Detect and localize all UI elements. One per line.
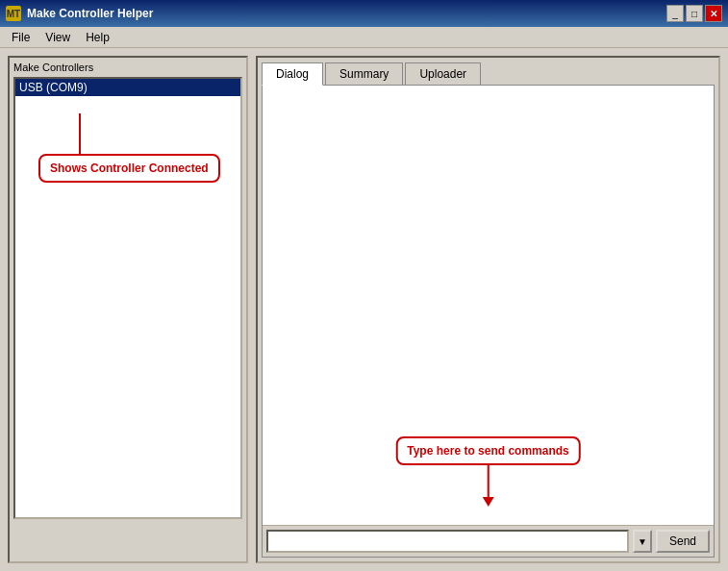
command-input[interactable] [266, 530, 629, 553]
main-content: Make Controllers USB (COM9) Shows Contro… [0, 48, 728, 571]
input-bar: ▼ Send [263, 525, 714, 557]
tab-uploader[interactable]: Uploader [405, 62, 481, 86]
tab-content: Type here to send commands ▼ Send [262, 85, 715, 558]
controller-annotation: Shows Controller Connected [38, 154, 220, 183]
app-icon: MT [6, 6, 21, 21]
menu-help[interactable]: Help [78, 29, 117, 46]
maximize-button[interactable]: □ [686, 5, 703, 22]
title-buttons: _ □ ✕ [666, 5, 722, 22]
tab-dialog[interactable]: Dialog [262, 62, 323, 86]
title-bar: MT Make Controller Helper _ □ ✕ [0, 0, 728, 27]
tab-summary[interactable]: Summary [325, 62, 403, 86]
type-annotation-arrow [488, 465, 490, 499]
type-annotation-wrap: Type here to send commands [395, 436, 581, 499]
window-title: Make Controller Helper [27, 7, 153, 20]
send-button[interactable]: Send [656, 530, 710, 553]
tabs: Dialog Summary Uploader [262, 62, 715, 85]
type-annotation: Type here to send commands [395, 436, 581, 465]
right-panel: Dialog Summary Uploader Type here to sen… [256, 56, 720, 563]
left-panel: Make Controllers USB (COM9) Shows Contro… [8, 56, 248, 563]
dialog-area: Type here to send commands [263, 86, 714, 525]
close-button[interactable]: ✕ [705, 5, 722, 22]
panel-label: Make Controllers [13, 62, 242, 73]
minimize-button[interactable]: _ [666, 5, 684, 22]
menu-view[interactable]: View [38, 29, 78, 46]
controller-list[interactable]: USB (COM9) [13, 77, 242, 519]
controller-annotation-arrow [79, 113, 81, 157]
menu-bar: File View Help [0, 27, 728, 48]
dropdown-button[interactable]: ▼ [633, 530, 652, 553]
menu-file[interactable]: File [4, 29, 38, 46]
controller-item-usb[interactable]: USB (COM9) [15, 79, 240, 96]
